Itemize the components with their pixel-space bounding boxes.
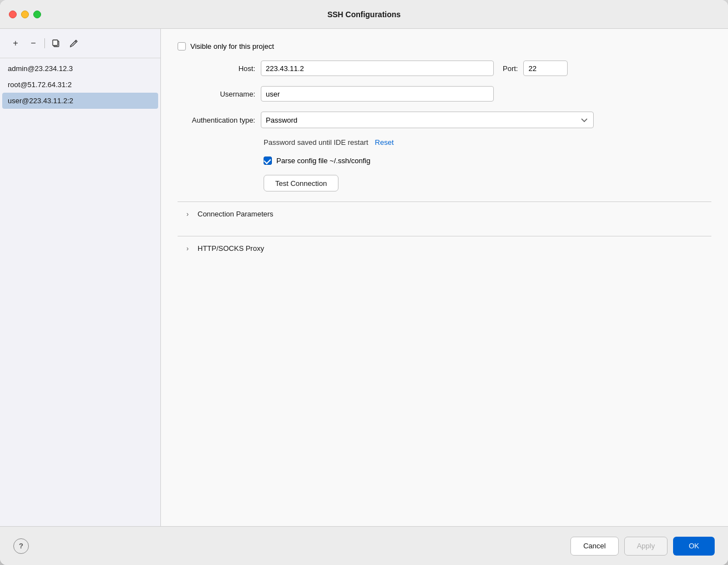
remove-button[interactable]: − (26, 36, 41, 51)
http-socks-chevron-icon: › (183, 245, 192, 253)
port-input[interactable] (523, 60, 568, 76)
test-connection-button[interactable]: Test Connection (264, 175, 338, 191)
sidebar-item-3[interactable]: user@223.43.11.2:2 (2, 93, 158, 109)
parse-config-checkbox[interactable] (264, 157, 272, 165)
connection-params-chevron-icon: › (183, 210, 192, 218)
sidebar-toolbar: + − (0, 29, 160, 58)
visible-only-label: Visible only for this project (190, 42, 274, 51)
auth-type-select[interactable]: Password Key pair OpenSSH config and aut… (261, 112, 594, 128)
detail-panel: Visible only for this project Host: Port… (161, 29, 728, 526)
ssh-configurations-window: SSH Configurations + − (0, 0, 728, 565)
username-input[interactable] (261, 86, 494, 102)
add-button[interactable]: + (8, 36, 23, 51)
copy-icon (52, 39, 60, 48)
apply-button[interactable]: Apply (624, 537, 668, 556)
maximize-button[interactable] (33, 11, 41, 18)
connection-params-label: Connection Parameters (198, 210, 274, 218)
toolbar-divider (44, 38, 45, 48)
svg-rect-1 (53, 40, 58, 46)
host-label: Host: (178, 64, 255, 73)
sidebar-item-2[interactable]: root@51.72.64.31:2 (0, 77, 160, 93)
username-row: Username: (178, 86, 711, 102)
auth-type-row: Authentication type: Password Key pair O… (178, 112, 711, 128)
auth-type-label: Authentication type: (178, 116, 255, 124)
reset-link[interactable]: Reset (375, 138, 394, 147)
cancel-button[interactable]: Cancel (570, 537, 618, 556)
traffic-lights (9, 11, 41, 18)
port-label: Port: (503, 64, 518, 73)
footer: ? Cancel Apply OK (0, 526, 728, 565)
http-socks-section: › HTTP/SOCKS Proxy (178, 236, 711, 260)
visible-only-row: Visible only for this project (178, 42, 711, 51)
sidebar: + − admin@23.234.12.3 (0, 29, 161, 526)
sidebar-list: admin@23.234.12.3 root@51.72.64.31:2 use… (0, 58, 160, 526)
http-socks-label: HTTP/SOCKS Proxy (198, 244, 264, 253)
help-button[interactable]: ? (13, 538, 29, 554)
host-row: Host: Port: (178, 60, 711, 76)
port-row: Port: (503, 60, 568, 76)
password-status-text: Password saved until IDE restart (264, 138, 368, 147)
minimize-button[interactable] (21, 11, 29, 18)
ok-button[interactable]: OK (673, 537, 715, 556)
close-button[interactable] (9, 11, 17, 18)
visible-only-checkbox[interactable] (178, 42, 186, 51)
footer-actions: Cancel Apply OK (570, 537, 715, 556)
edit-button[interactable] (66, 36, 82, 51)
window-title: SSH Configurations (327, 10, 401, 19)
title-bar: SSH Configurations (0, 0, 728, 29)
edit-icon (69, 39, 78, 48)
http-socks-header[interactable]: › HTTP/SOCKS Proxy (178, 244, 711, 253)
username-label: Username: (178, 90, 255, 98)
sidebar-item-1[interactable]: admin@23.234.12.3 (0, 60, 160, 77)
parse-config-row: Parse config file ~/.ssh/config (178, 157, 711, 165)
copy-button[interactable] (48, 36, 64, 51)
parse-config-label: Parse config file ~/.ssh/config (276, 157, 370, 165)
host-input[interactable] (261, 60, 494, 76)
test-connection-row: Test Connection (178, 175, 711, 191)
connection-params-section: › Connection Parameters (178, 201, 711, 226)
connection-params-header[interactable]: › Connection Parameters (178, 210, 711, 218)
password-status-row: Password saved until IDE restart Reset (178, 138, 711, 147)
main-content: + − admin@23.234.12.3 (0, 29, 728, 526)
